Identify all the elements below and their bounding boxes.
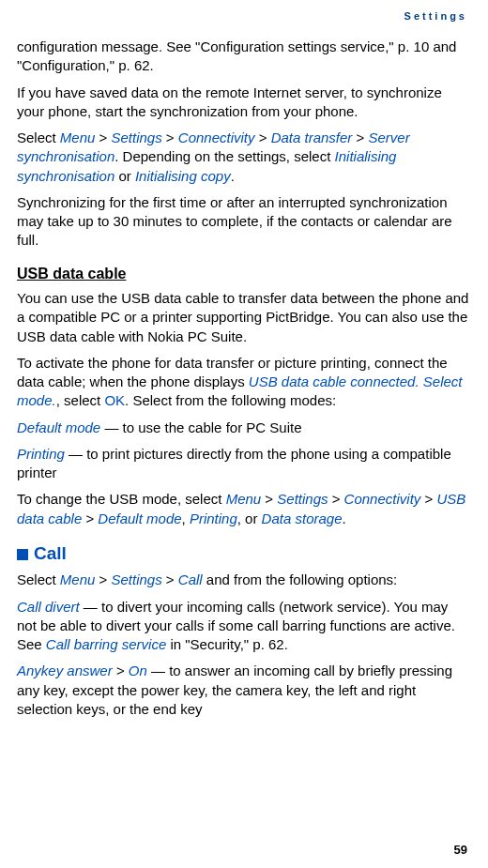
text: . (231, 168, 235, 184)
text: — to use the cable for PC Suite (100, 419, 301, 435)
separator: > (255, 129, 271, 145)
ui-data-transfer: Data transfer (271, 129, 353, 145)
square-bullet-icon (17, 549, 28, 560)
paragraph-sync-time: Synchronizing for the first time or afte… (17, 193, 469, 251)
header-section-label: Settings (404, 9, 467, 23)
paragraph-select-path: Select Menu > Settings > Connectivity > … (17, 129, 469, 186)
separator: > (352, 129, 368, 145)
ui-printing: Printing (17, 446, 65, 462)
heading-usb-data-cable: USB data cable (17, 264, 469, 284)
page-content: configuration message. See "Configuratio… (17, 38, 469, 719)
ui-settings: Settings (112, 571, 162, 587)
text: or (114, 168, 135, 184)
ui-data-storage: Data storage (262, 510, 343, 526)
paragraph-saved-data: If you have saved data on the remote Int… (17, 84, 469, 122)
separator: > (95, 129, 111, 145)
page-number: 59 (454, 842, 467, 859)
ui-call-divert: Call divert (17, 599, 80, 615)
ui-init-copy: Initialising copy (135, 168, 231, 184)
text: To change the USB mode, select (17, 491, 226, 507)
text: Select (17, 571, 60, 587)
ui-call: Call (178, 571, 203, 587)
ui-ok: OK (104, 392, 125, 408)
separator: > (420, 491, 436, 507)
separator: > (328, 491, 343, 507)
separator: > (162, 129, 178, 145)
ui-call-barring-link: Call barring service (46, 636, 166, 652)
paragraph-config-message: configuration message. See "Configuratio… (17, 38, 469, 76)
ui-on: On (129, 662, 147, 678)
paragraph-anykey-answer: Anykey answer > On — to answer an incomi… (17, 662, 469, 719)
text: — to print pictures directly from the ph… (17, 446, 451, 480)
text: , or (237, 510, 262, 526)
ui-menu: Menu (60, 129, 96, 145)
separator: > (82, 510, 98, 526)
ui-connectivity: Connectivity (344, 491, 421, 507)
heading-call: Call (17, 541, 469, 566)
ui-anykey-answer: Anykey answer (17, 662, 113, 678)
ui-settings: Settings (112, 129, 162, 145)
paragraph-default-mode: Default mode — to use the cable for PC S… (17, 419, 469, 437)
text: . Depending on the settings, select (114, 148, 334, 164)
paragraph-call-select: Select Menu > Settings > Call and from t… (17, 571, 469, 589)
text: Select (17, 129, 60, 145)
call-title-text: Call (34, 543, 67, 563)
ui-default-mode: Default mode (98, 510, 181, 526)
ui-settings: Settings (277, 491, 328, 507)
paragraph-change-usb-mode: To change the USB mode, select Menu > Se… (17, 490, 469, 528)
paragraph-printing-mode: Printing — to print pictures directly fr… (17, 445, 469, 483)
text: . Select from the following modes: (125, 392, 336, 408)
ui-connectivity: Connectivity (178, 129, 255, 145)
separator: > (95, 571, 111, 587)
ui-menu: Menu (60, 571, 96, 587)
paragraph-call-divert: Call divert — to divert your incoming ca… (17, 598, 469, 655)
text: and from the following options: (203, 571, 398, 587)
separator: > (162, 571, 178, 587)
text: in "Security," p. 62. (166, 636, 288, 652)
paragraph-usb-intro: You can use the USB data cable to transf… (17, 289, 469, 346)
ui-menu: Menu (226, 491, 262, 507)
separator: > (113, 662, 129, 678)
text: , select (56, 392, 105, 408)
ui-default-mode: Default mode (17, 419, 100, 435)
text: . (343, 510, 346, 526)
paragraph-usb-activate: To activate the phone for data transfer … (17, 354, 469, 411)
text: , (182, 510, 190, 526)
separator: > (261, 491, 277, 507)
ui-printing: Printing (190, 510, 237, 526)
